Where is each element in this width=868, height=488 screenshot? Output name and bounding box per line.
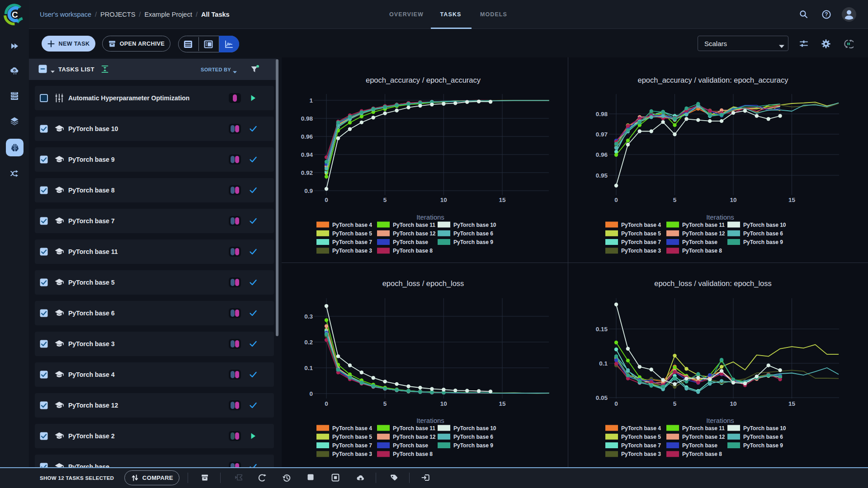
svg-text:0.95: 0.95 [596,172,608,179]
svg-text:PyTorch base 8: PyTorch base 8 [393,451,433,457]
svg-text:PyTorch base 7: PyTorch base 7 [621,442,661,449]
svg-text:PyTorch base 3: PyTorch base 3 [332,451,372,457]
svg-text:1: 1 [309,97,313,104]
svg-text:PyTorch base 6: PyTorch base 6 [743,434,783,440]
svg-text:Iterations: Iterations [706,213,734,221]
svg-text:0: 0 [614,197,618,203]
svg-text:Iterations: Iterations [706,417,734,424]
svg-text:10: 10 [730,197,736,203]
svg-text:0: 0 [325,400,328,407]
svg-text:PyTorch base 3: PyTorch base 3 [332,248,372,254]
svg-text:0: 0 [614,400,618,407]
svg-text:0.1: 0.1 [304,365,313,371]
svg-text:0.96: 0.96 [301,133,313,140]
svg-text:PyTorch base 12: PyTorch base 12 [682,230,725,237]
svg-text:0.2: 0.2 [304,339,313,346]
svg-text:PyTorch base 11: PyTorch base 11 [682,222,725,228]
svg-text:PyTorch base 10: PyTorch base 10 [453,222,496,228]
svg-text:PyTorch base 7: PyTorch base 7 [332,239,372,245]
svg-text:15: 15 [499,197,506,203]
svg-text:PyTorch base 4: PyTorch base 4 [621,425,661,432]
svg-text:PyTorch base 10: PyTorch base 10 [743,425,786,432]
svg-text:15: 15 [499,400,506,407]
svg-text:PyTorch base 10: PyTorch base 10 [453,425,496,432]
svg-text:PyTorch base 12: PyTorch base 12 [393,434,436,440]
svg-text:PyTorch base 9: PyTorch base 9 [743,442,783,449]
svg-text:0.98: 0.98 [596,111,608,117]
svg-text:0.97: 0.97 [596,131,608,138]
svg-text:15: 15 [788,197,796,203]
svg-text:PyTorch base 9: PyTorch base 9 [453,442,493,449]
svg-text:0: 0 [325,197,328,203]
svg-text:0.98: 0.98 [301,115,313,122]
svg-text:0.96: 0.96 [596,151,608,158]
svg-text:PyTorch base 5: PyTorch base 5 [621,230,661,237]
svg-text:5: 5 [673,197,677,203]
svg-text:PyTorch base 12: PyTorch base 12 [682,434,725,440]
svg-text:Iterations: Iterations [416,213,444,221]
svg-text:PyTorch base: PyTorch base [393,442,428,449]
svg-text:PyTorch base 6: PyTorch base 6 [453,230,493,237]
svg-text:PyTorch base: PyTorch base [682,239,717,245]
svg-text:5: 5 [383,400,387,407]
svg-text:epoch_loss / validation: epoch: epoch_loss / validation: epoch_loss [654,279,772,288]
svg-text:10: 10 [730,400,736,407]
svg-text:PyTorch base 11: PyTorch base 11 [393,222,435,228]
svg-text:PyTorch base 5: PyTorch base 5 [332,434,372,440]
svg-text:PyTorch base 8: PyTorch base 8 [393,248,433,254]
svg-text:epoch_accuracy / epoch_accurac: epoch_accuracy / epoch_accuracy [366,76,481,84]
svg-text:epoch_accuracy / validation: e: epoch_accuracy / validation: epoch_accur… [638,76,789,84]
svg-text:10: 10 [440,197,447,203]
svg-text:0.15: 0.15 [596,326,608,333]
svg-text:0: 0 [309,390,313,397]
svg-text:5: 5 [673,400,677,407]
svg-text:epoch_loss / epoch_loss: epoch_loss / epoch_loss [382,279,464,288]
svg-text:0.92: 0.92 [301,169,313,176]
svg-text:PyTorch base 9: PyTorch base 9 [453,239,493,245]
svg-text:PyTorch base 12: PyTorch base 12 [393,230,436,237]
svg-text:0.05: 0.05 [596,394,608,401]
svg-text:PyTorch base: PyTorch base [682,442,717,449]
svg-text:10: 10 [440,400,447,407]
svg-text:PyTorch base 11: PyTorch base 11 [393,425,435,432]
svg-text:PyTorch base: PyTorch base [393,239,428,245]
svg-text:PyTorch base 3: PyTorch base 3 [621,248,661,254]
svg-text:PyTorch base 5: PyTorch base 5 [332,230,372,237]
svg-text:PyTorch base 4: PyTorch base 4 [621,222,661,228]
svg-text:0.9: 0.9 [304,188,313,194]
svg-text:PyTorch base 7: PyTorch base 7 [621,239,661,245]
svg-text:PyTorch base 7: PyTorch base 7 [332,442,372,449]
svg-text:15: 15 [788,400,796,407]
svg-text:0.3: 0.3 [304,313,313,320]
svg-text:PyTorch base 6: PyTorch base 6 [453,434,493,440]
svg-text:PyTorch base 4: PyTorch base 4 [332,222,372,228]
svg-text:PyTorch base 4: PyTorch base 4 [332,425,372,432]
svg-text:PyTorch base 11: PyTorch base 11 [682,425,725,432]
svg-text:PyTorch base 3: PyTorch base 3 [621,451,661,457]
svg-text:PyTorch base 8: PyTorch base 8 [682,451,722,457]
svg-text:0.1: 0.1 [599,360,608,367]
svg-text:PyTorch base 6: PyTorch base 6 [743,230,783,237]
svg-text:5: 5 [383,197,387,203]
svg-text:Iterations: Iterations [416,417,444,424]
svg-text:PyTorch base 5: PyTorch base 5 [621,434,661,440]
svg-text:0.94: 0.94 [301,151,313,158]
svg-text:PyTorch base 8: PyTorch base 8 [682,248,722,254]
svg-text:PyTorch base 9: PyTorch base 9 [743,239,783,245]
svg-text:PyTorch base 10: PyTorch base 10 [743,222,786,228]
